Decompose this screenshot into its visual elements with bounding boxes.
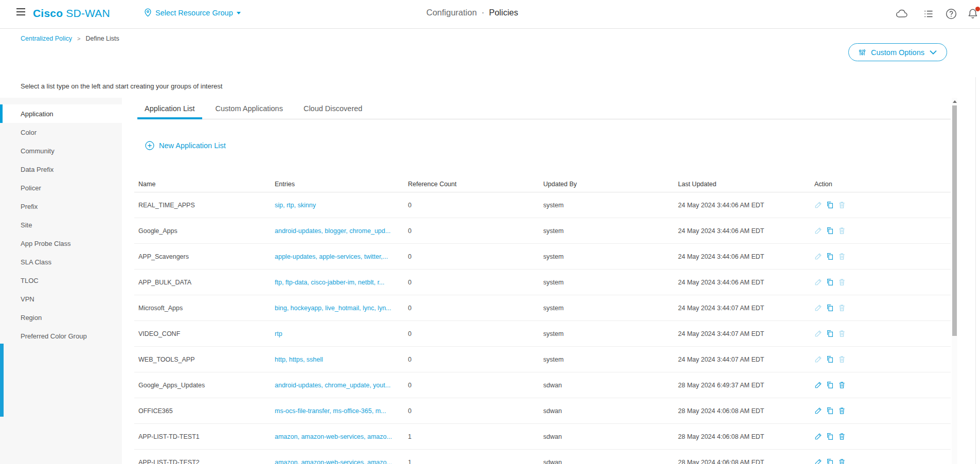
delete-icon[interactable] [838, 458, 846, 464]
scroll-up-button[interactable] [952, 99, 957, 104]
vertical-scrollbar[interactable] [952, 98, 957, 464]
entries-links[interactable]: ms-ocs-file-transfer, ms-office-365, m..… [275, 407, 408, 415]
breadcrumb-centralized-policy[interactable]: Centralized Policy [21, 35, 72, 42]
cloud-icon[interactable] [895, 7, 908, 21]
entries-links[interactable]: apple-updates, apple-services, twitter,.… [275, 253, 408, 260]
table-rows: REAL_TIME_APPSsip, rtp, skinny0system24 … [134, 192, 951, 464]
entries-links[interactable]: ftp, ftp-data, cisco-jabber-im, netblt, … [275, 279, 408, 286]
updated-by: system [543, 279, 678, 286]
sidebar-item-application[interactable]: Application [0, 104, 122, 123]
sidebar-item-vpn[interactable]: VPN [0, 290, 122, 308]
last-updated: 28 May 2024 6:49:37 AM EDT [678, 382, 814, 389]
copy-icon[interactable] [826, 201, 834, 209]
edit-icon[interactable] [814, 304, 822, 312]
sidebar-item-label: Application [21, 110, 54, 118]
sidebar-item-color[interactable]: Color [0, 123, 122, 141]
table-row: REAL_TIME_APPSsip, rtp, skinny0system24 … [134, 192, 951, 218]
edit-icon[interactable] [814, 201, 822, 209]
sidebar-item-tloc[interactable]: TLOC [0, 271, 122, 290]
updated-by: sdwan [543, 382, 678, 389]
entries-links[interactable]: bing, hockeyapp, live_hotmail, lync, lyn… [275, 305, 408, 312]
reference-count: 0 [408, 253, 543, 260]
entries-links[interactable]: rtp [275, 330, 408, 337]
entries-links[interactable]: android-updates, blogger, chrome_upd... [275, 227, 408, 235]
tab-custom-applications[interactable]: Custom Applications [208, 98, 290, 119]
row-actions [814, 278, 951, 286]
delete-icon[interactable] [838, 227, 846, 235]
edit-icon[interactable] [814, 330, 822, 337]
copy-icon[interactable] [826, 278, 834, 286]
delete-icon[interactable] [838, 381, 846, 389]
tab-application-list[interactable]: Application List [137, 98, 202, 119]
tab-cloud-discovered[interactable]: Cloud Discovered [296, 98, 369, 119]
title-section: Configuration [426, 8, 477, 17]
new-application-list-button[interactable]: New Application List [145, 141, 226, 150]
entries-links[interactable]: sip, rtp, skinny [275, 202, 408, 209]
edit-icon[interactable] [814, 381, 822, 389]
app-header: Cisco SD-WAN Select Resource Group Confi… [0, 0, 980, 29]
delete-icon[interactable] [838, 201, 846, 209]
copy-icon[interactable] [826, 381, 834, 389]
table-row: VIDEO_CONFrtp0system24 May 2024 3:44:07 … [134, 321, 951, 347]
reference-count: 0 [408, 330, 543, 337]
sidebar-item-policer[interactable]: Policer [0, 179, 122, 197]
sidebar-item-community[interactable]: Community [0, 141, 122, 160]
sidebar-item-label: SLA Class [21, 258, 51, 266]
delete-icon[interactable] [838, 304, 846, 312]
copy-icon[interactable] [826, 433, 834, 440]
row-actions [814, 355, 951, 363]
edit-icon[interactable] [814, 355, 822, 363]
copy-icon[interactable] [826, 304, 834, 312]
entries-links[interactable]: android-updates, chrome_update, yout... [275, 382, 408, 389]
notification-bell-icon[interactable] [966, 7, 979, 21]
edit-icon[interactable] [814, 433, 822, 440]
entries-links[interactable]: http, https, sshell [275, 356, 408, 363]
delete-icon[interactable] [838, 355, 846, 363]
scrollbar-thumb[interactable] [952, 105, 957, 336]
sidebar-item-app-probe-class[interactable]: App Probe Class [0, 234, 122, 253]
sidebar-item-region[interactable]: Region [0, 308, 122, 327]
delete-icon[interactable] [838, 278, 846, 286]
row-actions [814, 407, 951, 415]
edit-icon[interactable] [814, 278, 822, 286]
row-actions [814, 304, 951, 312]
copy-icon[interactable] [826, 355, 834, 363]
delete-icon[interactable] [838, 253, 846, 260]
updated-by: system [543, 305, 678, 312]
entries-links[interactable]: amazon, amazon-web-services, amazo... [275, 433, 408, 440]
task-list-icon[interactable] [922, 7, 935, 21]
updated-by: system [543, 227, 678, 235]
delete-icon[interactable] [838, 330, 846, 337]
delete-icon[interactable] [838, 407, 846, 415]
copy-icon[interactable] [826, 458, 834, 464]
help-icon[interactable] [945, 7, 958, 21]
sidebar-item-prefix[interactable]: Prefix [0, 197, 122, 216]
row-actions [814, 201, 951, 209]
column-header-action: Action [814, 181, 951, 188]
sidebar-item-data-prefix[interactable]: Data Prefix [0, 160, 122, 179]
list-name: APP-LIST-TD-TEST1 [138, 433, 275, 440]
delete-icon[interactable] [838, 433, 846, 440]
edit-icon[interactable] [814, 407, 822, 415]
sidebar-item-sla-class[interactable]: SLA Class [0, 253, 122, 271]
table-row: Google_Apps_Updatesandroid-updates, chro… [134, 372, 951, 398]
copy-icon[interactable] [826, 407, 834, 415]
sidebar-item-label: TLOC [21, 277, 39, 284]
edit-icon[interactable] [814, 253, 822, 260]
table-row: APP_Scavengersapple-updates, apple-servi… [134, 244, 951, 270]
sidebar-item-label: VPN [21, 295, 34, 303]
list-name: REAL_TIME_APPS [138, 202, 275, 209]
copy-icon[interactable] [826, 330, 834, 337]
edit-icon[interactable] [814, 458, 822, 464]
copy-icon[interactable] [826, 227, 834, 235]
sidebar-item-site[interactable]: Site [0, 216, 122, 234]
custom-options-button[interactable]: Custom Options [848, 43, 947, 61]
row-actions [814, 381, 951, 389]
copy-icon[interactable] [826, 253, 834, 260]
updated-by: system [543, 253, 678, 260]
entries-links[interactable]: amazon, amazon-web-services, amazo... [275, 459, 408, 464]
column-header-reference-count: Reference Count [408, 181, 543, 188]
edit-icon[interactable] [814, 227, 822, 235]
sidebar-item-preferred-color-group[interactable]: Preferred Color Group [0, 327, 122, 345]
row-actions [814, 433, 951, 440]
